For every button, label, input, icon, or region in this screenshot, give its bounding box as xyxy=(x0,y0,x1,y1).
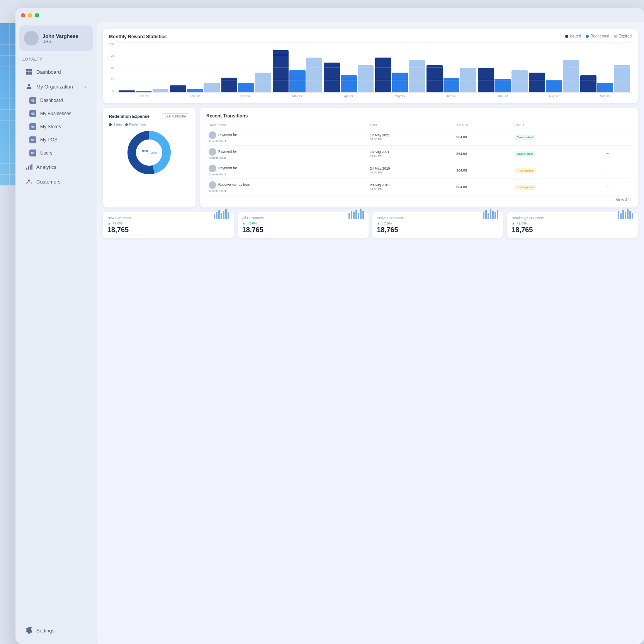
sidebar-item-settings[interactable]: Settings xyxy=(19,624,93,637)
transactions-title: Recent Transitions xyxy=(206,113,632,119)
bar-group xyxy=(375,58,425,93)
stat-label: New Customers xyxy=(107,216,229,220)
y-label-75: 75 xyxy=(110,54,114,58)
stats-row: New Customers▲+2.6%18,765All Customers▲+… xyxy=(103,212,638,238)
cell-status: Completed xyxy=(512,146,603,162)
cell-more[interactable]: ⋯ xyxy=(603,162,632,179)
legend-label-expired: Expired xyxy=(619,34,632,38)
mini-bar xyxy=(351,211,352,219)
mini-bar xyxy=(490,209,491,219)
mini-bar xyxy=(627,209,629,219)
more-icon[interactable]: ⋯ xyxy=(606,168,609,172)
cell-more[interactable]: ⋯ xyxy=(603,129,632,146)
cell-description: Payment forAnnette Black xyxy=(206,162,368,179)
title-bar xyxy=(15,8,644,22)
avatar xyxy=(24,31,39,46)
table-row: Payment forAnnette Black24 May 201904:50… xyxy=(206,162,632,179)
sidebar-item-my-businesses[interactable]: 🛍 My Businesses xyxy=(19,107,93,120)
sidebar-label-my-stores: My Stores xyxy=(40,124,61,129)
stat-label: All Customers xyxy=(242,216,364,220)
chart-legend: Issued Redeemed Expired xyxy=(565,34,632,38)
more-icon[interactable]: ⋯ xyxy=(606,152,609,156)
svg-text:54%: 54% xyxy=(142,149,148,153)
x-label: Mar '22 xyxy=(273,94,323,98)
svg-rect-1 xyxy=(29,69,32,71)
sidebar-label-my-businesses: My Businesses xyxy=(40,111,71,116)
stat-change-value: +2.6% xyxy=(382,221,392,225)
bar-issued xyxy=(119,90,135,93)
mini-bar xyxy=(214,214,215,219)
sidebar-item-my-pos[interactable]: 🛍 My POS xyxy=(19,134,93,146)
transactions-card: Recent Transitions Description Date Amou… xyxy=(200,108,638,207)
mini-bar xyxy=(497,210,498,219)
cell-description: Payment forAnnette Black xyxy=(206,146,368,162)
cell-description: Receive money fromAnnette Black xyxy=(206,179,368,195)
legend-redeemed: Redeemed xyxy=(586,34,609,38)
bar-expired xyxy=(204,83,220,93)
cell-status: In progress xyxy=(512,179,603,195)
more-icon[interactable]: ⋯ xyxy=(606,185,609,189)
dashboard-icon xyxy=(25,68,32,75)
bottom-row: Redemtion Expense Last 6 Months Sales Re… xyxy=(103,108,638,207)
mini-bar xyxy=(218,210,220,219)
chart-title: Monthly Reward Statistics xyxy=(109,34,167,39)
legend-dot-expired xyxy=(614,35,617,38)
donut-header: Redemtion Expense Last 6 Months xyxy=(109,113,189,119)
bar-redeemed xyxy=(443,78,460,93)
stat-label: Active Customers xyxy=(377,216,499,220)
sidebar-item-users[interactable]: 🛍 Users xyxy=(19,147,93,159)
view-all-link[interactable]: View All › xyxy=(206,195,632,202)
cell-more[interactable]: ⋯ xyxy=(603,179,632,195)
svg-rect-0 xyxy=(26,69,29,71)
trend-up-icon: ▲ xyxy=(511,221,515,225)
bar-expired xyxy=(563,60,579,93)
bar-group xyxy=(580,65,630,93)
mini-bar xyxy=(221,213,222,219)
close-button[interactable] xyxy=(21,13,25,17)
bar-expired xyxy=(511,70,528,93)
maximize-button[interactable] xyxy=(35,13,39,17)
analytics-icon xyxy=(25,163,32,170)
bar-issued xyxy=(221,78,238,93)
mini-bar xyxy=(353,212,355,219)
svg-rect-7 xyxy=(30,165,31,170)
sidebar-item-my-stores[interactable]: 🛍 My Stores xyxy=(19,121,93,133)
sidebar-item-analytics[interactable]: Analytics xyxy=(19,160,93,174)
donut-filter[interactable]: Last 6 Months xyxy=(162,113,189,119)
mini-bar xyxy=(225,209,227,219)
stat-change-value: +2.6% xyxy=(517,221,527,225)
mini-bar xyxy=(488,213,489,219)
sidebar-label-analytics: Analytics xyxy=(36,164,56,170)
legend-issued: Issued xyxy=(565,34,581,38)
user-org: BHS xyxy=(42,39,78,44)
mini-bar xyxy=(622,210,624,219)
sidebar-item-sub-dashboard[interactable]: 🛍 Dashboard xyxy=(19,94,93,107)
legend-label-issued: Issued xyxy=(570,34,581,38)
bar-group xyxy=(119,89,168,93)
svg-rect-8 xyxy=(31,164,32,170)
mini-bar xyxy=(228,212,229,219)
bar-issued xyxy=(478,68,494,93)
x-label: Dec '21 xyxy=(119,94,168,98)
bar-chart xyxy=(117,42,632,93)
donut-legend: Sales Redemtion xyxy=(109,122,189,126)
transaction-avatar xyxy=(209,131,216,139)
chevron-right-icon: › xyxy=(85,84,87,89)
transaction-avatar xyxy=(209,148,216,156)
bar-issued xyxy=(427,65,443,93)
stat-card: All Customers▲+2.6%18,765 xyxy=(238,212,369,238)
trend-up-icon: ▲ xyxy=(377,221,381,225)
transaction-avatar xyxy=(209,181,216,189)
mini-bar xyxy=(632,213,633,219)
svg-rect-2 xyxy=(26,72,29,75)
minimize-button[interactable] xyxy=(28,13,32,17)
sidebar-item-dashboard[interactable]: Dashboard xyxy=(19,65,93,79)
more-icon[interactable]: ⋯ xyxy=(606,135,609,139)
cell-more[interactable]: ⋯ xyxy=(603,146,632,162)
donut-card: Redemtion Expense Last 6 Months Sales Re… xyxy=(103,108,195,207)
cell-date: 29 Aug 201904:50 PM xyxy=(368,179,454,195)
bar-redeemed xyxy=(392,73,408,93)
sidebar-item-my-organization[interactable]: My Organization › xyxy=(19,80,93,93)
sidebar-item-customers[interactable]: Customers xyxy=(19,175,93,189)
bag-icon-5: 🛍 xyxy=(29,150,36,156)
